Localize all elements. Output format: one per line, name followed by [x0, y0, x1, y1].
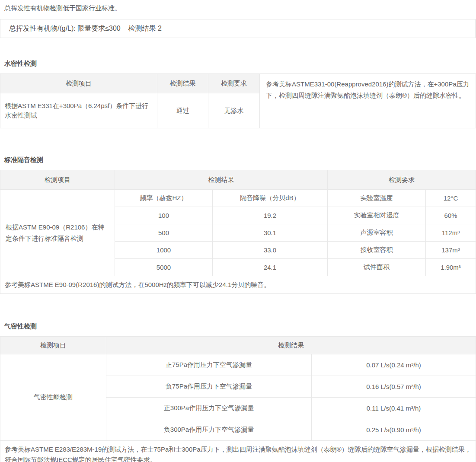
voc-summary-text: 总挥发性有机物检测低于国家行业标准。	[4, 3, 476, 13]
voc-result-text: 总挥发性有机物/(g/L): 限量要求≤300 检测结果 2	[9, 24, 162, 33]
sound-header-item: 检测项目	[0, 170, 115, 190]
air-table-note-row: 参考美标ASTME E283/E283M-19的测试方法，在士75Pa和士300…	[0, 441, 476, 462]
sound-note-cell: 参考美标ASTME E90-09(R2016)的测试方法，在5000Hz的频率下…	[0, 276, 476, 294]
air-condition-cell: 正75Pa作用压力下空气渗漏量	[106, 354, 312, 376]
air-note-cell: 参考美标ASTME E283/E283M-19的测试方法，在士75Pa和士300…	[0, 441, 476, 462]
air-value-cell: 0.16 L/s(0.57 m³/h)	[312, 376, 476, 398]
air-value-cell: 0.25 L/s(0.90 m³/h)	[312, 419, 476, 441]
water-section-title: 水密性检测	[4, 59, 476, 68]
sound-item-cell: 根据ASTM E90-09（R2106）在特定条件下进行标准隔音检测	[0, 190, 115, 276]
air-table-header-row: 检测项目 检测结果	[0, 337, 476, 354]
water-result-cell: 通过	[157, 93, 208, 128]
air-section-title: 气密性检测	[4, 322, 476, 331]
air-item-cell: 气密性能检测	[0, 354, 106, 441]
sound-req-label-cell: 实验室相对湿度	[328, 207, 426, 224]
air-condition-cell: 正300Pa作用压力下空气渗漏量	[106, 398, 312, 419]
water-header-item: 检测项目	[0, 74, 157, 93]
sound-table-header-row: 检测项目 检测结果 检测要求	[0, 170, 476, 190]
sound-req-label-cell: 试件面积	[328, 259, 426, 276]
sound-noise-cell: 19.2	[213, 207, 328, 224]
voc-result-box: 总挥发性有机物/(g/L): 限量要求≤300 检测结果 2	[0, 19, 476, 38]
test-report-page: 总挥发性有机物检测低于国家行业标准。 总挥发性有机物/(g/L): 限量要求≤3…	[0, 0, 476, 462]
air-condition-cell: 负75Pa作用压力下空气渗漏量	[106, 376, 312, 398]
air-tightness-table: 检测项目 检测结果 气密性能检测 正75Pa作用压力下空气渗漏量 0.07 L/…	[0, 336, 476, 462]
sound-req-label-cell: 声源室容积	[328, 224, 426, 242]
sound-req-value-cell: 112m³	[426, 224, 476, 242]
water-table-header-row: 检测项目 检测结果 检测要求 参考美标ASTME331-00(Reapprove…	[0, 74, 476, 93]
water-requirement-cell: 无渗水	[208, 93, 260, 128]
sound-table-row: 根据ASTM E90-09（R2106）在特定条件下进行标准隔音检测 频率（赫兹…	[0, 190, 476, 207]
water-header-result: 检测结果	[157, 74, 208, 93]
sound-insulation-table: 检测项目 检测结果 检测要求 根据ASTM E90-09（R2106）在特定条件…	[0, 170, 476, 294]
air-condition-cell: 负300Pa作用压力下空气渗漏量	[106, 419, 312, 441]
sound-noise-cell: 隔音降噪（分贝dB）	[213, 190, 328, 207]
sound-req-label-cell: 接收室容积	[328, 242, 426, 259]
sound-req-value-cell: 1.90m³	[426, 259, 476, 276]
water-header-requirement: 检测要求	[208, 74, 260, 93]
sound-section-title: 标准隔音检测	[4, 155, 476, 165]
air-header-item: 检测项目	[0, 337, 106, 354]
sound-header-result: 检测结果	[115, 170, 328, 190]
sound-req-value-cell: 60%	[426, 207, 476, 224]
sound-table-note-row: 参考美标ASTME E90-09(R2016)的测试方法，在5000Hz的频率下…	[0, 276, 476, 294]
air-table-row: 气密性能检测 正75Pa作用压力下空气渗漏量 0.07 L/s(0.24 m³/…	[0, 354, 476, 376]
sound-req-label-cell: 实验室温度	[328, 190, 426, 207]
sound-header-requirement: 检测要求	[328, 170, 476, 190]
sound-noise-cell: 24.1	[213, 259, 328, 276]
air-header-result: 检测结果	[106, 337, 476, 354]
air-value-cell: 0.07 L/s(0.24 m³/h)	[312, 354, 476, 376]
sound-freq-cell: 1000	[115, 242, 213, 259]
water-tightness-table: 检测项目 检测结果 检测要求 参考美标ASTME331-00(Reapprove…	[0, 73, 476, 128]
sound-req-value-cell: 12°C	[426, 190, 476, 207]
sound-req-value-cell: 137m³	[426, 242, 476, 259]
sound-freq-cell: 频率（赫兹HZ）	[115, 190, 213, 207]
air-value-cell: 0.11 L/s(0.41 m³/h)	[312, 398, 476, 419]
sound-freq-cell: 5000	[115, 259, 213, 276]
sound-noise-cell: 33.0	[213, 242, 328, 259]
water-method-cell: 参考美标ASTME331-00(Reapproved2016)的测试方法，在+3…	[260, 74, 476, 128]
water-item-cell: 根据ASTM E331在+300Pa（6.24psf）条件下进行水密性测试	[0, 93, 157, 128]
sound-freq-cell: 500	[115, 224, 213, 242]
sound-noise-cell: 30.1	[213, 224, 328, 242]
sound-freq-cell: 100	[115, 207, 213, 224]
